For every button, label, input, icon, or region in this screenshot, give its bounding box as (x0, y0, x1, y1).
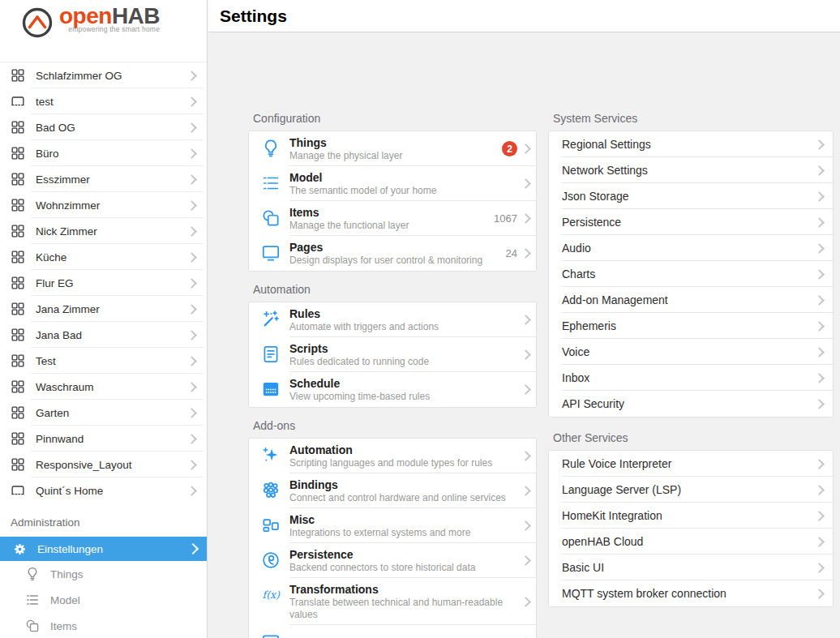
items-icon (260, 208, 281, 229)
sidebar-page-item[interactable]: Pinnwand (0, 426, 207, 452)
service-item-language-server-lsp-[interactable]: Language Server (LSP) (549, 477, 833, 503)
chevron-right-icon (814, 191, 825, 202)
sidebar-page-item[interactable]: Flur EG (0, 270, 207, 296)
menu-item-after (522, 316, 529, 323)
chevron-right-icon (521, 178, 531, 189)
grid-icon (10, 171, 26, 187)
service-item-label: Charts (562, 268, 595, 280)
sidebar-page-label: Esszimmer (36, 173, 90, 186)
menu-item-model[interactable]: ModelThe semantic model of your home (249, 166, 536, 201)
card-configuration: ThingsManage the physical layer2ModelThe… (248, 131, 537, 272)
menu-item-scripts[interactable]: ScriptsRules dedicated to running code (249, 337, 536, 372)
service-item-charts[interactable]: Charts (549, 261, 833, 287)
sidebar-page-item[interactable]: Jana Bad (0, 322, 207, 348)
service-item-label: openHAB Cloud (562, 535, 643, 548)
service-item-mqtt-system-broker-connection[interactable]: MQTT system broker connection (549, 580, 833, 606)
menu-item-subtitle: Translate between technical and human-re… (289, 597, 510, 621)
sidebar-admin-child-label: Model (50, 594, 80, 606)
sidebar-page-item[interactable]: Büro (0, 140, 207, 166)
sidebar-page-item[interactable]: Quint´s Home (0, 477, 207, 503)
service-item-homekit-integration[interactable]: HomeKit Integration (549, 503, 833, 529)
sidebar-page-item[interactable]: Bad OG (0, 114, 207, 140)
service-item-inbox[interactable]: Inbox (549, 365, 833, 391)
script-icon (260, 344, 281, 365)
service-item-network-settings[interactable]: Network Settings (549, 157, 833, 183)
service-item-rule-voice-interpreter[interactable]: Rule Voice Interpreter (549, 451, 833, 477)
menu-item-items[interactable]: ItemsManage the functional layer1067 (249, 201, 536, 236)
service-item-label: Persistence (562, 216, 621, 229)
chevron-right-icon (521, 520, 531, 531)
menu-item-texts: PagesDesign displays for user control & … (289, 236, 482, 271)
grid-icon (10, 249, 26, 265)
menu-item-texts: ItemsManage the functional layer (289, 201, 409, 236)
sidebar-page-item[interactable]: Responsive_Layout (0, 452, 207, 477)
menu-item-bindings[interactable]: BindingsConnect and control hardware and… (249, 473, 536, 508)
service-item-ephemeris[interactable]: Ephemeris (549, 313, 833, 339)
sidebar-page-item[interactable]: Nick Zimmer (0, 218, 207, 244)
grid-icon (10, 327, 26, 343)
grid-icon (10, 405, 26, 421)
chevron-right-icon (521, 486, 531, 496)
menu-item-misc[interactable]: MiscIntegrations to external systems and… (249, 508, 536, 543)
card-system-services: Regional SettingsNetwork SettingsJson St… (548, 131, 834, 417)
service-item-label: Regional Settings (562, 138, 651, 151)
menu-item-schedule[interactable]: ScheduleView upcoming time-based rules (249, 372, 536, 407)
service-item-audio[interactable]: Audio (549, 235, 833, 261)
lightbulb-icon (260, 138, 281, 159)
sidebar-admin-child-label: Things (50, 568, 84, 580)
sidebar-page-item[interactable]: Test (0, 348, 207, 374)
sidebar-page-item[interactable]: Wohnzimmer (0, 192, 207, 218)
menu-item-user-interfaces[interactable]: User Interfaces (249, 625, 536, 638)
sidebar-page-label: Garten (36, 407, 69, 419)
menu-item-after (522, 351, 529, 358)
menu-item-rules[interactable]: RulesAutomate with triggers and actions (249, 302, 536, 337)
menu-item-subtitle: View upcoming time-based rules (289, 391, 430, 403)
menu-item-subtitle: The semantic model of your home (289, 185, 436, 197)
sidebar-admin-child-items[interactable]: Items (0, 613, 207, 638)
persistence-icon (260, 550, 281, 571)
sidebar-page-item[interactable]: Esszimmer (0, 166, 207, 192)
sidebar-admin-child-things[interactable]: Things (0, 561, 207, 587)
chevron-right-icon (186, 226, 197, 237)
chevron-right-icon (521, 349, 531, 360)
menu-item-things[interactable]: ThingsManage the physical layer2 (249, 131, 536, 166)
grid-icon (10, 430, 26, 447)
menu-item-subtitle: Manage the functional layer (289, 220, 409, 232)
menu-item-after: 2 (502, 141, 529, 156)
chevron-right-icon (521, 315, 531, 325)
openhab-wordmark: openHAB empowering the smart home (59, 4, 160, 33)
sidebar-page-label: test (36, 96, 54, 108)
service-item-openhab-cloud[interactable]: openHAB Cloud (549, 529, 833, 555)
service-item-persistence[interactable]: Persistence (549, 209, 833, 235)
sidebar-page-item[interactable]: test (0, 88, 207, 114)
menu-item-subtitle: Scripting languages and module types for… (289, 457, 492, 469)
service-item-api-security[interactable]: API Security (549, 391, 833, 417)
menu-item-pages[interactable]: PagesDesign displays for user control & … (249, 236, 536, 271)
menu-item-transformations[interactable]: f(x)TransformationsTranslate between tec… (249, 578, 536, 625)
service-item-regional-settings[interactable]: Regional Settings (549, 131, 833, 157)
sidebar-page-item[interactable]: Schlafzimmer OG (0, 62, 207, 88)
svg-text:f(x): f(x) (263, 589, 281, 601)
service-item-add-on-management[interactable]: Add-on Management (549, 287, 833, 313)
service-item-basic-ui[interactable]: Basic UI (549, 555, 833, 580)
chevron-right-icon (186, 460, 197, 470)
service-item-json-storage[interactable]: Json Storage (549, 183, 833, 209)
sidebar-page-label: Wohnzimmer (36, 199, 100, 212)
menu-item-automation[interactable]: AutomationScripting languages and module… (249, 439, 536, 473)
menu-item-texts: ScriptsRules dedicated to running code (289, 337, 429, 372)
service-item-label: API Security (562, 397, 624, 410)
calendar-icon (260, 379, 281, 400)
service-item-label: Ephemeris (562, 319, 616, 332)
sidebar-page-item[interactable]: Garten (0, 400, 207, 426)
chevron-right-icon (186, 382, 197, 392)
sidebar-admin-child-model[interactable]: Model (0, 587, 207, 613)
sidebar-page-item[interactable]: Jana Zimmer (0, 296, 207, 322)
sidebar-page-item[interactable]: Waschraum (0, 374, 207, 400)
menu-item-persistence[interactable]: PersistenceBackend connectors to store h… (249, 543, 536, 578)
grid-icon (10, 379, 26, 395)
chevron-right-icon (186, 434, 197, 444)
service-item-label: Language Server (LSP) (562, 483, 681, 496)
service-item-voice[interactable]: Voice (549, 339, 833, 365)
sidebar-page-item[interactable]: Küche (0, 244, 207, 270)
sidebar-item-einstellungen[interactable]: Einstellungen (0, 537, 207, 561)
